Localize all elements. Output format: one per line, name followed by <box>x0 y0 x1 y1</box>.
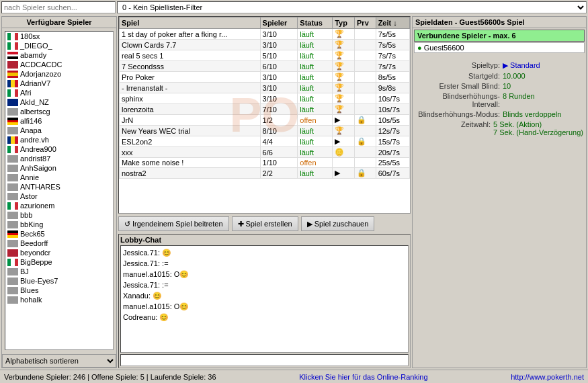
chat-message: Codreanu: 😊 <box>123 312 406 322</box>
game-table-container: PO Spiel Spieler Status Typ Prv Zeit ↓ <box>118 16 411 214</box>
create-game-button[interactable]: ✚ Spiel erstellen <box>232 216 298 231</box>
list-item[interactable]: _DIEGO_ <box>5 41 113 50</box>
cell-typ: 🏆 <box>333 83 355 93</box>
flag-icon <box>7 146 18 153</box>
cell-status: läuft <box>298 104 333 115</box>
list-item[interactable]: bbKing <box>5 220 113 229</box>
spectate-button[interactable]: ▶ Spiel zuschauen <box>301 216 375 231</box>
zeitwahl-value: 5 Sek. (Aktion) 7 Sek. (Hand-Verzögerung… <box>493 120 583 136</box>
col-header-typ[interactable]: Typ <box>333 17 355 29</box>
cell-name: - Irrenanstalt - <box>120 83 261 93</box>
connected-player-item[interactable]: ● Guest56600 <box>414 42 585 53</box>
list-item[interactable]: bbb <box>5 210 113 220</box>
table-row[interactable]: Pro Poker 3/10 läuft 🏆 8s/5s <box>120 72 410 83</box>
list-item[interactable]: Astor <box>5 192 113 201</box>
list-item[interactable]: AnhSaigon <box>5 163 113 173</box>
table-row[interactable]: xxx 6/6 läuft 🪙 20s/7s <box>120 147 410 158</box>
flag-icon <box>7 52 18 59</box>
list-item[interactable]: ACDCACDC <box>5 60 113 69</box>
list-item[interactable]: Blue-Eyes7 <box>5 276 113 286</box>
website-link[interactable]: http://www.pokerth.net <box>511 373 584 381</box>
table-row[interactable]: 1 st day of poker after a fking r... 3/1… <box>120 29 410 40</box>
cell-prv: 🔒 <box>355 168 376 179</box>
table-row[interactable]: ESL2on2 4/4 läuft ▶ 🔒 15s/7s <box>120 136 410 147</box>
list-item[interactable]: andrist87 <box>5 154 113 163</box>
cell-players: 5/10 <box>260 50 298 61</box>
table-row[interactable]: JrN 1/2 offen ▶ 🔒 10s/5s <box>120 115 410 126</box>
stat-blinds: Blindserhöhungs-Intervall: 8 Runden <box>415 92 583 108</box>
list-item[interactable]: alfi146 <box>5 116 113 126</box>
cell-zeit: 60s/7s <box>376 168 409 179</box>
table-row[interactable]: - Irrenanstalt - 3/10 läuft 🏆 9s/8s <box>120 83 410 93</box>
ranking-link[interactable]: Klicken Sie hier für das Online-Ranking <box>299 373 427 381</box>
list-item[interactable]: hohalk <box>5 295 113 304</box>
list-item[interactable]: andre.vh <box>5 135 113 144</box>
cell-typ: 🏆 <box>333 50 355 61</box>
list-item[interactable]: albertscg <box>5 107 113 116</box>
list-item[interactable]: Anapa <box>5 126 113 135</box>
cell-players: 3/10 <box>260 72 298 83</box>
sort-select[interactable]: Alphabetisch sortierenNach Status sortie… <box>2 354 116 368</box>
table-row[interactable]: nostra2 2/2 läuft ▶ 🔒 60s/7s <box>120 168 410 179</box>
trophy-icon: 🏆 <box>335 83 344 91</box>
cell-players: 3/10 <box>260 40 298 50</box>
stat-firstsmall: Erster Small Blind: 10 <box>415 82 583 90</box>
cell-status: läuft <box>298 147 333 158</box>
list-item[interactable]: AkId_NZ <box>5 97 113 107</box>
chat-input[interactable] <box>120 354 409 366</box>
cell-typ: ▶ <box>333 168 355 179</box>
list-item[interactable]: Annie <box>5 173 113 182</box>
cell-name: xxx <box>120 147 261 158</box>
list-item[interactable]: AdrianV7 <box>5 79 113 88</box>
flag-icon <box>7 296 18 304</box>
list-item[interactable]: BJ <box>5 267 113 276</box>
cell-typ <box>333 158 355 168</box>
list-item[interactable]: Beck65 <box>5 229 113 239</box>
available-players-header: Verfügbare Spieler <box>2 17 116 28</box>
list-item[interactable]: Andrea900 <box>5 144 113 154</box>
play-icon: ▶ <box>335 169 340 177</box>
list-item[interactable]: BigBeppe <box>5 257 113 267</box>
trophy-icon: 🏆 <box>335 40 344 48</box>
button-area: ↺ Irgendeinem Spiel beitreten ✚ Spiel er… <box>118 215 411 232</box>
col-header-spieler[interactable]: Spieler <box>260 17 298 29</box>
search-input[interactable] <box>1 1 116 13</box>
lock-icon: 🔒 <box>357 116 366 124</box>
table-row[interactable]: lorenzoita 7/10 läuft 🏆 10s/7s <box>120 104 410 115</box>
chat-messages[interactable]: Jessica.71: 😊Jessica.71: :=manuel.a1015:… <box>120 245 409 353</box>
col-header-prv[interactable]: Prv <box>355 17 376 29</box>
cell-players: 1/10 <box>260 158 298 168</box>
table-row[interactable]: Clown Cards 7.7 3/10 läuft 🏆 7s/5s <box>120 40 410 50</box>
chat-message: Xanadu: 😊 <box>123 291 406 300</box>
list-item[interactable]: beyondcr <box>5 248 113 257</box>
table-row[interactable]: New Years WEC trial 8/10 läuft 🏆 12s/7s <box>120 126 410 136</box>
cell-prv <box>355 83 376 93</box>
player-name: Guest56600 <box>424 44 464 52</box>
list-item[interactable]: ANTHARES <box>5 182 113 192</box>
cell-typ: 🏆 <box>333 40 355 50</box>
join-game-button[interactable]: ↺ Irgendeinem Spiel beitreten <box>118 216 229 231</box>
cell-name: 1 st day of poker after a fking r... <box>120 29 261 40</box>
col-header-zeit[interactable]: Zeit ↓ <box>376 17 409 29</box>
flag-icon <box>7 287 18 294</box>
table-row[interactable]: Make some noise ! 1/10 offen 25s/5s <box>120 158 410 168</box>
list-item[interactable]: Afri <box>5 88 113 97</box>
list-item[interactable]: Beedorff <box>5 239 113 248</box>
col-header-status[interactable]: Status <box>298 17 333 29</box>
table-row[interactable]: real 5 secs 1 5/10 läuft 🏆 7s/7s <box>120 50 410 61</box>
filter-select[interactable]: 0 - Kein Spiellisten-Filter <box>117 1 587 13</box>
flag-icon <box>7 202 18 210</box>
list-item[interactable]: abamdy <box>5 50 113 60</box>
cell-status: läuft <box>298 168 333 179</box>
player-list-container[interactable]: 180sx _DIEGO_ abamdy ACDCACDC Adorjanzoz… <box>5 31 114 350</box>
left-panel: Verfügbare Spieler 180sx _DIEGO_ abamdy … <box>1 16 117 368</box>
list-item[interactable]: Adorjanzozo <box>5 69 113 79</box>
trophy-icon: 🏆 <box>335 73 344 81</box>
flag-icon <box>7 155 18 163</box>
list-item[interactable]: Blues <box>5 286 113 295</box>
col-header-spiel[interactable]: Spiel <box>120 17 261 29</box>
list-item[interactable]: 180sx <box>5 32 113 41</box>
table-row[interactable]: 7 Secondsss 6/10 läuft 🏆 7s/7s <box>120 61 410 72</box>
list-item[interactable]: azurionem <box>5 201 113 210</box>
table-row[interactable]: sphinx 3/10 läuft 🏆 10s/7s <box>120 93 410 104</box>
